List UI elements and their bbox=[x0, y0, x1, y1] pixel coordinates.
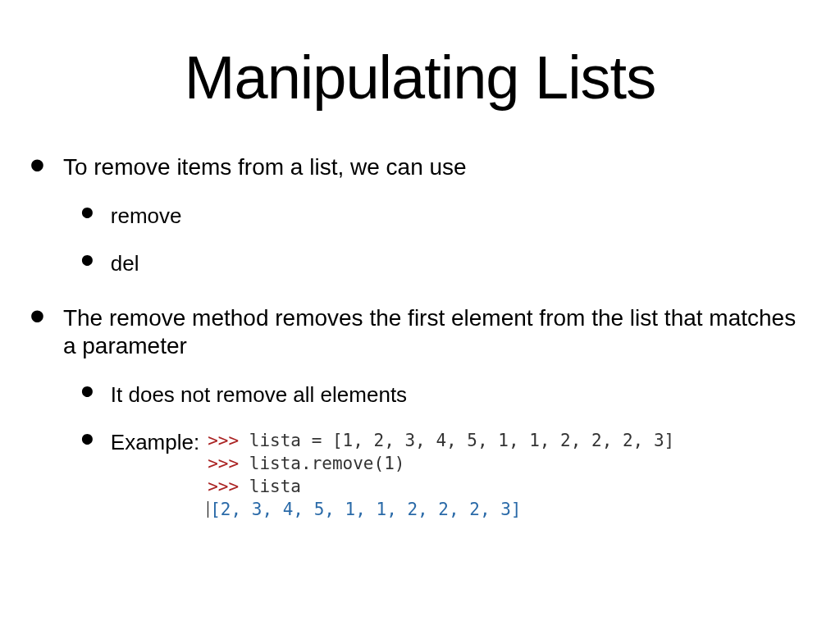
example-container: Example: >>> lista = [1, 2, 3, 4, 5, 1, … bbox=[111, 429, 674, 521]
bullet-text: remove bbox=[111, 203, 182, 229]
bullet-dot-icon: • bbox=[80, 204, 94, 221]
code-call: lista.remove(1) bbox=[249, 454, 405, 473]
bullet-text: It does not remove all elements bbox=[111, 381, 407, 408]
bullet-dot-icon: • bbox=[30, 306, 45, 326]
bullet-level1: • The remove method removes the first el… bbox=[30, 303, 810, 360]
cursor-icon bbox=[208, 501, 208, 518]
slide-title: Manipulating Lists bbox=[0, 0, 840, 112]
code-prompt: >>> bbox=[208, 431, 239, 450]
bullet-dot-icon: • bbox=[80, 252, 94, 268]
code-result-line: [2, 3, 4, 5, 1, 1, 2, 2, 2, 3] bbox=[208, 498, 674, 521]
bullet-text: To remove items from a list, we can use bbox=[63, 153, 467, 181]
bullet-level1: • To remove items from a list, we can us… bbox=[30, 152, 810, 181]
code-line: >>> lista = [1, 2, 3, 4, 5, 1, 1, 2, 2, … bbox=[208, 429, 674, 452]
bullet-level2: • del bbox=[80, 249, 810, 276]
bullet-dot-icon: • bbox=[80, 383, 94, 399]
bullet-text: del bbox=[111, 250, 139, 276]
code-result: [2, 3, 4, 5, 1, 1, 2, 2, 2, 3] bbox=[210, 500, 521, 519]
code-line: >>> lista.remove(1) bbox=[208, 452, 674, 475]
bullet-dot-icon: • bbox=[80, 431, 94, 447]
code-line: >>> lista bbox=[208, 475, 674, 498]
slide: Manipulating Lists • To remove items fro… bbox=[0, 0, 840, 630]
slide-content: • To remove items from a list, we can us… bbox=[0, 112, 840, 521]
indent-group: • remove • del bbox=[80, 201, 810, 276]
code-eq: = bbox=[301, 431, 332, 450]
code-list: [1, 2, 3, 4, 5, 1, 1, 2, 2, 2, 3] bbox=[332, 431, 674, 450]
bullet-dot-icon: • bbox=[30, 155, 45, 175]
bullet-level2: • remove bbox=[80, 201, 810, 229]
code-var: lista bbox=[249, 477, 301, 496]
code-prompt: >>> bbox=[208, 477, 239, 496]
example-label: Example: bbox=[111, 429, 199, 455]
bullet-level2: • It does not remove all elements bbox=[80, 380, 810, 408]
bullet-text: The remove method removes the first elem… bbox=[63, 304, 810, 360]
code-var: lista bbox=[249, 431, 301, 450]
bullet-level2-example: • Example: >>> lista = [1, 2, 3, 4, 5, 1… bbox=[80, 427, 810, 521]
indent-group: • It does not remove all elements • Exam… bbox=[80, 380, 810, 521]
code-block: >>> lista = [1, 2, 3, 4, 5, 1, 1, 2, 2, … bbox=[208, 429, 674, 521]
code-prompt: >>> bbox=[208, 454, 239, 473]
